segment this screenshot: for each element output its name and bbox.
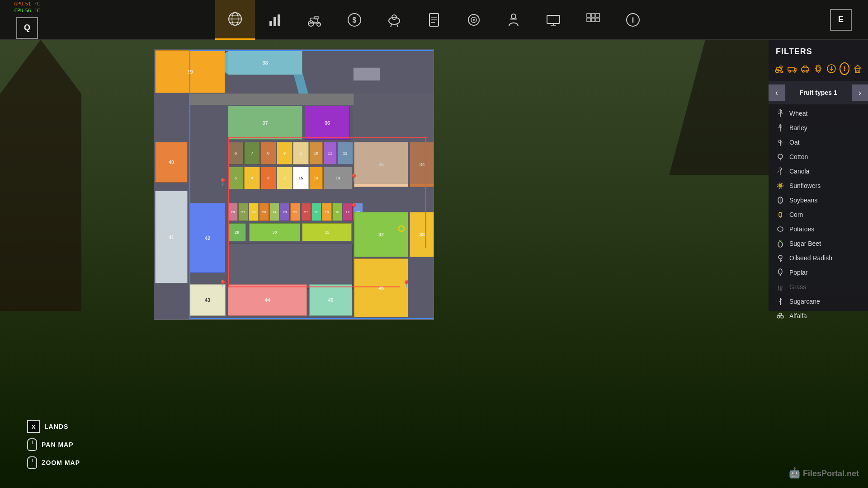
nav-info[interactable]: i xyxy=(613,0,653,40)
parcel-20[interactable]: 20 xyxy=(311,203,321,221)
filter-gear-icon[interactable] xyxy=(813,62,824,75)
parcel-24[interactable]: 24 xyxy=(269,203,279,221)
nav-animal[interactable] xyxy=(374,0,414,40)
parcel-5[interactable]: 5 xyxy=(228,167,244,189)
zoom-label: ZOOM MAP xyxy=(42,459,80,466)
svg-line-88 xyxy=(782,286,782,291)
parcel-11[interactable]: 11 xyxy=(323,142,337,164)
nav-mission[interactable] xyxy=(454,0,494,40)
parcel-8[interactable]: 8 xyxy=(260,142,276,164)
nav-stats[interactable] xyxy=(255,0,295,40)
fruit-item-oat[interactable]: Oat xyxy=(769,135,868,150)
fruit-icon-sugar-beet xyxy=(776,239,785,248)
parcel-23[interactable]: 23 xyxy=(280,203,290,221)
svg-point-65 xyxy=(778,154,783,159)
fruit-icon-grass xyxy=(776,282,785,291)
fruit-item-alfalfa[interactable]: Alfalfa xyxy=(769,309,868,323)
parcel-18[interactable]: 18 xyxy=(332,203,342,221)
parcel-7[interactable]: 7 xyxy=(244,142,260,164)
map-marker-1: 📍 xyxy=(218,178,227,187)
fruit-item-sugarcane[interactable]: Sugarcane xyxy=(769,294,868,309)
parcel-43[interactable]: 43 xyxy=(189,284,226,316)
map-marker-2: 📍 xyxy=(349,174,359,182)
parcel-42[interactable]: 42 xyxy=(189,203,226,273)
parcel-4[interactable]: 4 xyxy=(244,167,260,189)
parcel-13[interactable]: 13 xyxy=(323,167,353,189)
q-button[interactable]: Q xyxy=(16,17,38,39)
parcel-39[interactable]: 39 xyxy=(155,50,225,93)
fruit-next-btn[interactable]: › xyxy=(852,84,868,101)
circle-marker xyxy=(398,225,405,232)
x-key-badge: X xyxy=(27,420,40,433)
parcel-12[interactable]: 12 xyxy=(337,142,353,164)
fruit-item-canola[interactable]: Canola xyxy=(769,164,868,178)
filter-alert-icon[interactable]: ! xyxy=(840,62,849,75)
parcel-2[interactable]: 2 xyxy=(277,167,292,189)
parcel-15[interactable]: 15 xyxy=(293,167,309,189)
parcel-32[interactable]: 32 xyxy=(354,212,408,257)
filter-truck-icon[interactable] xyxy=(787,62,797,75)
parcel-25[interactable]: 25 xyxy=(259,203,269,221)
fruit-item-oilseed-radish[interactable]: Oilseed Radish xyxy=(769,251,868,265)
fruit-item-poplar[interactable]: Poplar xyxy=(769,265,868,280)
filter-vehicle-icon[interactable] xyxy=(800,62,811,75)
fruit-item-barley[interactable]: Barley xyxy=(769,121,868,135)
fruit-icon-oilseed-radish xyxy=(776,253,785,263)
parcel-33[interactable]: 33 xyxy=(410,212,434,257)
gray-area xyxy=(228,244,353,289)
nav-tractor[interactable] xyxy=(295,0,335,40)
fruit-item-cotton[interactable]: Cotton xyxy=(769,150,868,164)
parcel-38[interactable]: 38 xyxy=(228,50,302,75)
parcel-9[interactable]: 9 xyxy=(277,142,292,164)
parcel-22[interactable]: 22 xyxy=(290,203,300,221)
parcel-46[interactable]: 46 xyxy=(354,258,408,317)
fruit-item-wheat[interactable]: Wheat xyxy=(769,106,868,121)
fruit-item-sunflowers[interactable]: Sunflowers xyxy=(769,178,868,193)
parcel-45[interactable]: 45 xyxy=(309,284,352,316)
nav-production[interactable] xyxy=(573,0,613,40)
nav-money[interactable]: $ xyxy=(335,0,374,40)
parcel-21[interactable]: 21 xyxy=(301,203,311,221)
fruit-prev-btn[interactable]: ‹ xyxy=(769,84,785,101)
parcel-31[interactable]: 31 xyxy=(302,223,352,241)
parcel-26[interactable]: 26 xyxy=(249,203,259,221)
parcel-19[interactable]: 19 xyxy=(322,203,332,221)
filter-download-icon[interactable] xyxy=(826,62,837,75)
parcel-top-right[interactable] xyxy=(353,67,380,81)
svg-point-47 xyxy=(802,70,804,72)
parcel-27[interactable]: 27 xyxy=(238,203,248,221)
parcel-29[interactable]: 29 xyxy=(228,223,246,241)
parcel-30[interactable]: 30 xyxy=(249,223,300,241)
fruit-item-sugar-beet[interactable]: Sugar Beet xyxy=(769,236,868,251)
parcel-6[interactable]: 6 xyxy=(228,142,244,164)
filter-tractor-icon[interactable] xyxy=(774,62,784,75)
nav-map[interactable] xyxy=(215,0,255,40)
fruit-name: Grass xyxy=(789,283,806,291)
fruit-item-potatoes[interactable]: Potatoes xyxy=(769,222,868,236)
fruit-item-corn[interactable]: Corn xyxy=(769,207,868,222)
nav-worker[interactable] xyxy=(494,0,533,40)
svg-rect-5 xyxy=(269,21,272,26)
map-container[interactable]: 39 38 37 36 40 6 7 8 9 1 10 11 12 35 34 … xyxy=(154,49,434,320)
fruit-name: Wheat xyxy=(789,110,807,117)
parcel-10[interactable]: 10 xyxy=(309,142,323,164)
fruit-item-soybeans[interactable]: Soybeans xyxy=(769,193,868,207)
parcel-36[interactable]: 36 xyxy=(305,106,350,140)
parcel-40[interactable]: 40 xyxy=(155,142,188,183)
parcel-44[interactable]: 44 xyxy=(228,284,307,316)
fruit-name: Alfalfa xyxy=(789,312,807,319)
nav-screen[interactable] xyxy=(533,0,573,40)
e-button[interactable]: E xyxy=(830,9,852,31)
parcel-41[interactable]: 41 xyxy=(155,191,188,283)
nav-contract[interactable] xyxy=(414,0,454,40)
filter-home-icon[interactable] xyxy=(852,62,863,75)
parcel-1[interactable]: 1 xyxy=(293,142,309,164)
parcel-14[interactable]: 14 xyxy=(309,167,323,189)
parcel-28[interactable]: 28 xyxy=(228,203,238,221)
svg-rect-32 xyxy=(591,14,595,17)
parcel-37[interactable]: 37 xyxy=(228,106,302,140)
svg-line-69 xyxy=(778,171,778,173)
parcel-3[interactable]: 3 xyxy=(260,167,276,189)
fruit-icon-potatoes xyxy=(776,225,785,234)
fruit-item-grass[interactable]: Grass xyxy=(769,280,868,294)
